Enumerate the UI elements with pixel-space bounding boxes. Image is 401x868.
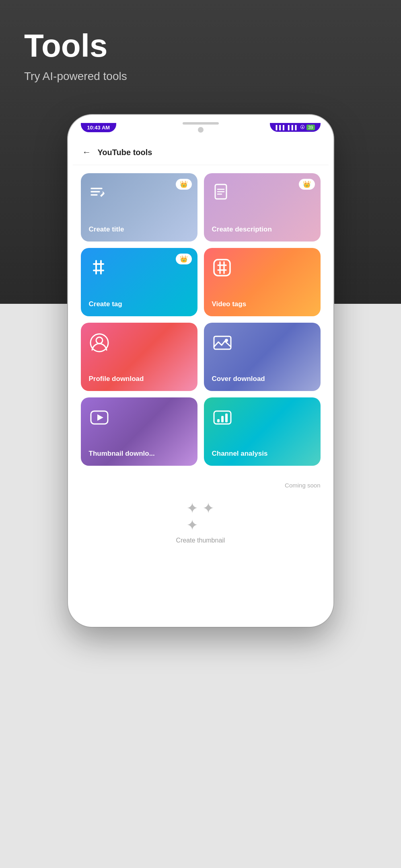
phone-mockup: 10:43 AM ▌▌▌ ▌▌▌ ⦿ 39 ← YouTube tools: [0, 115, 401, 651]
back-button[interactable]: ←: [82, 147, 91, 158]
tool-card-video-tags[interactable]: Video tags: [204, 248, 321, 316]
bottom-safe-area: [73, 556, 329, 568]
tool-card-create-tag[interactable]: 👑 Create tag: [81, 248, 197, 316]
premium-badge-create-title: 👑: [176, 179, 192, 190]
create-description-label: Create description: [212, 225, 272, 233]
thumbnail-download-icon: [89, 407, 110, 432]
svg-rect-25: [221, 416, 224, 422]
coming-soon-section: Coming soon ✦ ✦✦ Create thumbnail: [73, 474, 329, 556]
header-section: Tools Try AI-powered tools: [0, 0, 401, 99]
tool-card-cover-download[interactable]: Cover download: [204, 323, 321, 391]
nav-title: YouTube tools: [98, 148, 152, 157]
premium-badge-create-description: 👑: [299, 179, 315, 190]
svg-rect-12: [214, 260, 230, 276]
create-title-label: Create title: [89, 225, 124, 233]
svg-marker-22: [97, 414, 103, 421]
tool-card-create-description[interactable]: 👑 Create description: [204, 173, 321, 242]
cover-download-label: Cover download: [212, 375, 265, 383]
signal-icon-2: ▌▌▌: [288, 125, 298, 130]
tools-grid: 👑 Create title: [73, 165, 329, 474]
page-title: Tools: [24, 28, 377, 63]
video-tags-icon: [212, 258, 232, 281]
coming-soon-row: Coming soon: [81, 482, 321, 489]
phone-frame: 10:43 AM ▌▌▌ ▌▌▌ ⦿ 39 ← YouTube tools: [68, 115, 333, 627]
phone-screen: ← YouTube tools 👑: [73, 140, 329, 622]
status-icons: ▌▌▌ ▌▌▌ ⦿ 39: [270, 123, 320, 132]
page-subtitle: Try AI-powered tools: [24, 70, 377, 83]
create-title-icon: [89, 183, 107, 204]
screen-content: ← YouTube tools 👑: [73, 140, 329, 622]
svg-rect-19: [214, 336, 231, 349]
profile-download-label: Profile download: [89, 375, 144, 383]
channel-analysis-icon: [212, 407, 233, 432]
coming-soon-card: ✦ ✦✦ Create thumbnail: [81, 492, 321, 552]
sparkle-icon: ✦ ✦✦: [186, 500, 214, 534]
channel-analysis-label: Channel analysis: [212, 450, 268, 458]
thumbnail-download-label: Thumbnail downlo...: [89, 450, 155, 458]
svg-point-20: [225, 339, 228, 342]
cover-download-icon: [212, 332, 233, 357]
battery-icon: 39: [306, 125, 315, 130]
create-thumbnail-label: Create thumbnail: [176, 537, 225, 544]
tool-card-create-title[interactable]: 👑 Create title: [81, 173, 197, 242]
status-time: 10:43 AM: [81, 123, 117, 132]
video-tags-label: Video tags: [212, 300, 247, 308]
phone-pill: [183, 122, 219, 125]
create-tag-icon: [89, 258, 108, 280]
create-description-icon: [212, 183, 230, 204]
svg-point-18: [96, 337, 103, 344]
tool-card-channel-analysis[interactable]: Channel analysis: [204, 397, 321, 466]
profile-download-icon: [89, 332, 110, 357]
svg-rect-24: [217, 419, 220, 422]
signal-icon-1: ▌▌▌: [276, 125, 286, 130]
nav-bar: ← YouTube tools: [73, 140, 329, 165]
wifi-icon: ⦿: [300, 125, 305, 130]
tool-card-profile-download[interactable]: Profile download: [81, 323, 197, 391]
tool-card-thumbnail-download[interactable]: Thumbnail downlo...: [81, 397, 197, 466]
coming-soon-text: Coming soon: [285, 482, 320, 489]
create-tag-label: Create tag: [89, 300, 122, 308]
svg-rect-26: [225, 414, 228, 422]
page-background: Tools Try AI-powered tools 10:43 AM ▌▌▌ …: [0, 0, 401, 868]
premium-badge-create-tag: 👑: [176, 254, 192, 264]
status-bar: 10:43 AM ▌▌▌ ▌▌▌ ⦿ 39: [73, 120, 329, 140]
camera-dot: [198, 127, 204, 133]
